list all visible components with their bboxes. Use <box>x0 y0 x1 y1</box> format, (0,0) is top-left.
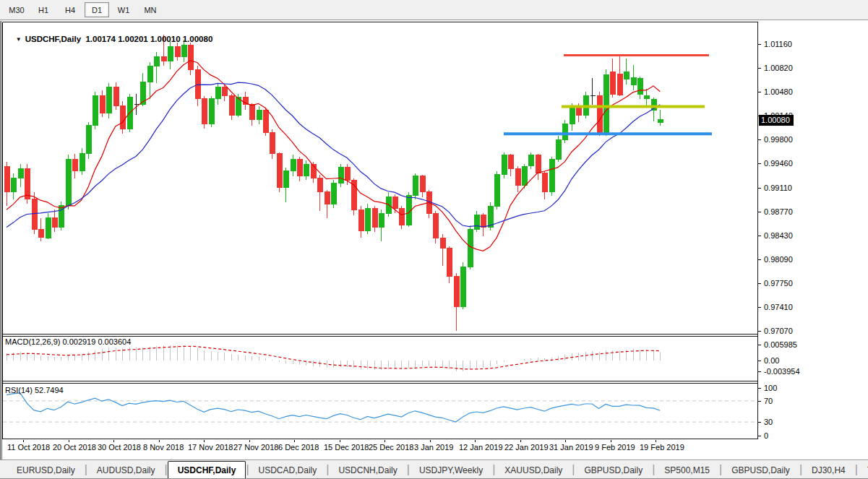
date-tick <box>656 440 656 442</box>
date-axis[interactable]: 11 Oct 201820 Oct 201830 Oct 20188 Nov 2… <box>4 441 760 458</box>
tab-tech100[interactable]: TECH100, <box>858 462 868 478</box>
candle-body <box>291 159 296 171</box>
candle-body <box>468 229 473 267</box>
candle-body <box>556 139 561 159</box>
candle-body <box>624 72 629 79</box>
tab-gbpusd-daily[interactable]: GBPUSD,Daily <box>722 462 799 478</box>
candle-body <box>447 249 452 277</box>
candles-layer <box>4 35 663 331</box>
tab-eurusd-daily[interactable]: EURUSD,Daily <box>7 462 85 478</box>
candle <box>549 157 554 195</box>
candle-body <box>474 215 479 229</box>
tab-gbpusd-daily[interactable]: GBPUSD,Daily <box>575 462 652 478</box>
candle-body <box>488 206 493 227</box>
candle-body <box>222 87 227 96</box>
candle-body <box>304 164 309 176</box>
price-axis[interactable]: 1.011601.008201.004801.001400.998000.994… <box>758 22 868 441</box>
candle-body <box>270 132 275 153</box>
candle <box>4 162 9 206</box>
timeframe-button-d1[interactable]: D1 <box>85 2 109 17</box>
candle-body <box>522 166 527 185</box>
timeframe-button-h4[interactable]: H4 <box>58 2 82 17</box>
price-axis-label: 1.00820 <box>764 63 793 73</box>
candle-body <box>658 120 663 123</box>
price-axis-label-tick <box>758 44 761 45</box>
candle-body <box>597 96 602 134</box>
candle-body <box>38 229 43 238</box>
date-label: 27 Nov 2018 <box>233 443 278 452</box>
candle <box>195 66 200 105</box>
tab-dj30-h4[interactable]: DJ30,H4 <box>802 462 855 478</box>
candle <box>331 180 336 208</box>
candle-body <box>147 66 152 82</box>
tab-usdcnh-daily[interactable]: USDCNH,Daily <box>329 462 406 478</box>
timeframe-button-mn[interactable]: MN <box>138 2 163 17</box>
tab-audusd-daily[interactable]: AUDUSD,Daily <box>87 462 165 478</box>
date-label: 9 Feb 2019 <box>595 443 635 452</box>
candle <box>597 92 602 136</box>
candle <box>413 173 418 199</box>
candle <box>372 206 377 232</box>
candle <box>515 166 520 192</box>
date-tick <box>520 440 521 442</box>
candle-body <box>399 208 404 225</box>
candle <box>222 85 227 100</box>
tab-usdjpy-weekly[interactable]: USDJPY,Weekly <box>410 462 492 478</box>
price-axis-label-tick <box>758 283 761 284</box>
date-label: 19 Feb 2019 <box>640 443 684 452</box>
candle-body <box>72 159 77 171</box>
candle <box>283 168 288 203</box>
price-axis-label: 1.01160 <box>764 39 792 49</box>
candle-body <box>542 173 547 192</box>
date-tick <box>430 440 431 442</box>
price-axis-label: 0.98090 <box>764 254 793 264</box>
tab-usdchf-daily[interactable]: USDCHF,Daily <box>168 461 246 478</box>
timeframe-button-h1[interactable]: H1 <box>31 2 56 17</box>
candle <box>379 210 384 241</box>
candle <box>304 160 309 180</box>
tab-sp500-m15[interactable]: SP500,M15 <box>655 462 719 478</box>
chart-symbol-label: USDCHF,Daily <box>25 35 81 43</box>
candle-body <box>209 99 214 124</box>
price-axis-label-tick <box>758 331 761 332</box>
candle-body <box>263 110 268 132</box>
candle-body <box>325 192 330 204</box>
candle <box>610 59 615 98</box>
candle <box>325 190 330 218</box>
rsi-indicator-label: RSI(14) 52.7494 <box>5 386 64 394</box>
candle <box>229 94 234 120</box>
candle-body <box>440 238 445 249</box>
price-axis-label-tick <box>758 212 761 212</box>
candle <box>317 175 322 212</box>
candle-body <box>481 215 486 228</box>
chart-dropdown-icon[interactable]: ▼ <box>16 36 22 43</box>
candle-body <box>52 218 57 228</box>
candle <box>147 62 152 99</box>
rsi-axis-label-tick <box>758 388 761 389</box>
price-axis-label: 0.99460 <box>764 158 793 168</box>
price-axis-label: 0.99800 <box>764 134 793 144</box>
price-chart-canvas[interactable] <box>2 22 758 441</box>
candle <box>454 273 459 332</box>
date-label: 11 Oct 2018 <box>7 443 50 452</box>
candle <box>209 96 214 127</box>
timeframe-button-m30[interactable]: M30 <box>4 2 29 17</box>
rsi-axis-label: 100 <box>764 383 777 393</box>
date-label: 25 Dec 2018 <box>369 443 413 452</box>
timeframe-button-w1[interactable]: W1 <box>111 2 136 17</box>
date-tick <box>565 440 566 442</box>
candle-body <box>113 87 119 105</box>
candle <box>358 206 364 238</box>
date-tick <box>294 440 295 442</box>
date-label: 22 Jan 2019 <box>504 443 549 452</box>
candle <box>38 218 43 241</box>
candle <box>338 164 343 187</box>
candle-body <box>202 99 207 124</box>
tab-xauusd-daily[interactable]: XAUUSD,Daily <box>495 462 572 478</box>
tab-usdcad-daily[interactable]: USDCAD,Daily <box>249 462 327 478</box>
candle <box>502 152 507 178</box>
candle <box>365 204 370 234</box>
date-label: 6 Dec 2018 <box>278 443 319 452</box>
date-label: 17 Nov 2018 <box>188 443 233 452</box>
candle-body <box>100 96 105 113</box>
